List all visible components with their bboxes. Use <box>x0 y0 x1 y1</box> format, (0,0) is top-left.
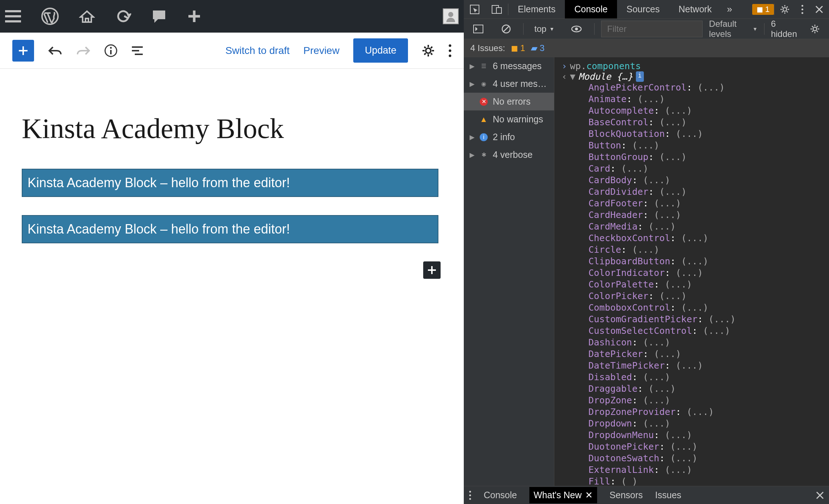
issues-bar: 4 Issues: ◼1 ▰3 <box>464 39 829 57</box>
console-settings-icon[interactable] <box>804 19 825 39</box>
console-property[interactable]: DatePicker: (...) <box>588 348 822 360</box>
issues-info-badge[interactable]: ▰3 <box>531 43 544 53</box>
console-property[interactable]: Fill: ( ) <box>588 476 822 486</box>
switch-to-draft-button[interactable]: Switch to draft <box>225 45 289 56</box>
console-property[interactable]: CardDivider: (...) <box>588 186 822 198</box>
svg-point-11 <box>783 8 787 11</box>
clear-console-icon[interactable] <box>496 19 517 39</box>
console-property[interactable]: CardMedia: (...) <box>588 221 822 232</box>
drawer-tab-issues[interactable]: Issues <box>655 490 681 500</box>
console-property[interactable]: ExternalLink: (...) <box>588 464 822 476</box>
info-button[interactable] <box>104 44 117 57</box>
console-property[interactable]: ColorIndicator: (...) <box>588 267 822 279</box>
console-property[interactable]: DropdownMenu: (...) <box>588 429 822 441</box>
console-property[interactable]: ButtonGroup: (...) <box>588 151 822 163</box>
console-output[interactable]: › wp.components ‹ ▼Module {…} i AnglePic… <box>554 57 829 486</box>
console-property[interactable]: Circle: (...) <box>588 244 822 256</box>
context-select[interactable]: top▼ <box>530 24 559 34</box>
svg-point-5 <box>449 44 451 47</box>
devtools-settings-icon[interactable] <box>774 0 795 18</box>
console-property[interactable]: CardHeader: (...) <box>588 209 822 221</box>
sidebar-user-messages[interactable]: ▶◉4 user mes… <box>464 75 554 93</box>
tab-network[interactable]: Network <box>669 0 721 18</box>
issues-warn-badge[interactable]: ◼1 <box>511 43 525 53</box>
drawer-tab-whats-new[interactable]: What's New✕ <box>529 487 597 503</box>
console-property[interactable]: DropZone: (...) <box>588 395 822 406</box>
svg-rect-10 <box>496 8 501 13</box>
settings-icon[interactable] <box>422 44 435 57</box>
post-title[interactable]: Kinsta Academy Block <box>22 112 442 145</box>
menu-icon[interactable] <box>5 10 21 22</box>
sidebar-info[interactable]: ▶i2 info <box>464 128 554 146</box>
console-property[interactable]: AnglePickerControl: (...) <box>588 82 822 93</box>
console-property[interactable]: ColorPicker: (...) <box>588 290 822 302</box>
tabs-overflow-icon[interactable]: » <box>721 0 738 18</box>
console-property[interactable]: ClipboardButton: (...) <box>588 256 822 267</box>
outline-button[interactable] <box>131 46 143 56</box>
avatar[interactable] <box>443 8 459 24</box>
wordpress-logo-icon[interactable] <box>41 8 59 25</box>
svg-point-18 <box>575 28 578 30</box>
console-property[interactable]: Button: (...) <box>588 140 822 151</box>
console-property[interactable]: Card: (...) <box>588 163 822 175</box>
preview-button[interactable]: Preview <box>303 45 339 56</box>
console-property[interactable]: Draggable: (...) <box>588 383 822 395</box>
sidebar-verbose[interactable]: ▶✱4 verbose <box>464 146 554 164</box>
console-property[interactable]: CardBody: (...) <box>588 175 822 186</box>
sidebar-no-errors[interactable]: ✕No errors <box>464 93 554 110</box>
console-property[interactable]: CardFooter: (...) <box>588 198 822 209</box>
console-property[interactable]: DuotoneSwatch: (...) <box>588 453 822 464</box>
drawer-tab-console[interactable]: Console <box>484 490 517 500</box>
sidebar-no-warnings[interactable]: ▲No warnings <box>464 110 554 128</box>
svg-point-7 <box>449 54 451 57</box>
more-menu-icon[interactable] <box>449 44 451 57</box>
tab-console[interactable]: Console <box>565 0 617 18</box>
console-property[interactable]: CustomGradientPicker: (...) <box>588 314 822 325</box>
console-property[interactable]: Dropdown: (...) <box>588 418 822 429</box>
drawer-tab-sensors[interactable]: Sensors <box>609 490 643 500</box>
tab-elements[interactable]: Elements <box>508 0 565 18</box>
add-block-below-button[interactable] <box>423 261 441 279</box>
home-icon[interactable] <box>79 9 95 24</box>
wp-admin-bar <box>0 0 464 33</box>
device-toggle-icon[interactable] <box>486 0 508 18</box>
block-1[interactable]: Kinsta Academy Block – hello from the ed… <box>22 169 438 197</box>
console-property[interactable]: ComboboxControl: (...) <box>588 302 822 314</box>
console-property[interactable]: BaseControl: (...) <box>588 117 822 128</box>
add-new-icon[interactable] <box>187 9 201 24</box>
refresh-icon[interactable] <box>115 8 131 24</box>
console-property[interactable]: CustomSelectControl: (...) <box>588 325 822 337</box>
block-2[interactable]: Kinsta Academy Block – hello from the ed… <box>22 215 438 243</box>
svg-point-13 <box>801 8 803 10</box>
devtools-close-icon[interactable] <box>809 0 829 18</box>
console-property[interactable]: Dashicon: (...) <box>588 337 822 348</box>
drawer-close-icon[interactable] <box>816 491 824 499</box>
console-property[interactable]: Animate: (...) <box>588 93 822 105</box>
close-icon[interactable]: ✕ <box>585 490 593 500</box>
drawer-more-icon[interactable] <box>469 491 471 500</box>
update-button[interactable]: Update <box>353 38 408 63</box>
console-property[interactable]: Disabled: (...) <box>588 371 822 383</box>
tab-sources[interactable]: Sources <box>617 0 669 18</box>
console-property[interactable]: ColorPalette: (...) <box>588 279 822 290</box>
sidebar-messages[interactable]: ▶☰6 messages <box>464 57 554 75</box>
console-property[interactable]: CheckboxControl: (...) <box>588 232 822 244</box>
editor-toolbar: Switch to draft Preview Update <box>0 33 464 69</box>
inspect-icon[interactable] <box>464 0 486 18</box>
console-property[interactable]: DuotonePicker: (...) <box>588 441 822 453</box>
add-block-button[interactable] <box>12 40 34 62</box>
console-property[interactable]: DateTimePicker: (...) <box>588 360 822 371</box>
levels-select[interactable]: Default levels▼ <box>709 19 758 39</box>
info-badge-icon[interactable]: i <box>636 71 644 82</box>
devtools-more-icon[interactable] <box>795 0 809 18</box>
filter-input[interactable] <box>601 21 703 37</box>
sidebar-toggle-icon[interactable] <box>467 19 489 39</box>
console-property[interactable]: Autocomplete: (...) <box>588 105 822 117</box>
console-property[interactable]: DropZoneProvider: (...) <box>588 406 822 418</box>
issues-chip[interactable]: ◼1 <box>752 4 774 15</box>
console-property[interactable]: BlockQuotation: (...) <box>588 128 822 140</box>
undo-button[interactable] <box>48 45 62 56</box>
live-expression-icon[interactable] <box>565 19 588 39</box>
redo-button[interactable] <box>76 45 91 56</box>
comment-icon[interactable] <box>151 9 167 24</box>
